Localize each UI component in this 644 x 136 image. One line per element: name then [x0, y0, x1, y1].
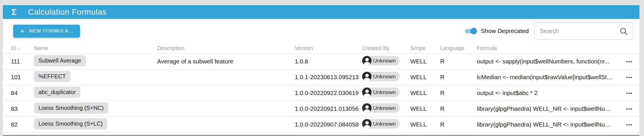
- plus-icon: +: [20, 27, 25, 35]
- creator-pill: Unknown: [362, 119, 400, 129]
- row-created-by: Unknown: [362, 119, 410, 130]
- table-row[interactable]: 83 Loess Smoothing (S+NC) 1.0.0-20220921…: [3, 101, 639, 117]
- row-name: abc_duplicator: [34, 87, 157, 99]
- calculation-formulas-panel: Σ Calculation Formulas + NEW FORMULA... …: [3, 5, 639, 136]
- page-title: Calculation Formulas: [28, 7, 106, 17]
- row-id: 84: [11, 90, 34, 96]
- column-header-formula[interactable]: Formula: [477, 45, 613, 51]
- row-description: Average of a subwell feature: [157, 58, 295, 65]
- row-language: R: [440, 90, 477, 96]
- creator-name: Unknown: [373, 73, 396, 80]
- show-deprecated-toggle[interactable]: [465, 28, 477, 34]
- sort-descending-icon: ↓: [18, 45, 21, 51]
- search-input[interactable]: [535, 28, 633, 34]
- column-header-language[interactable]: Language: [440, 45, 477, 51]
- new-formula-button-label: NEW FORMULA...: [29, 28, 73, 34]
- row-version: 1.0.0-20220907.084058: [295, 121, 362, 128]
- creator-pill: Unknown: [362, 103, 400, 113]
- row-created-by: Unknown: [362, 88, 410, 98]
- column-header-id[interactable]: ID ↓: [11, 45, 34, 51]
- table-body: 111 Subwell Average Average of a subwell…: [3, 54, 639, 133]
- avatar-icon: [362, 103, 372, 113]
- more-options-icon: •••: [626, 106, 633, 111]
- column-header-name[interactable]: Name: [34, 45, 157, 51]
- table-header-row: ID ↓ Name Description Version Created By…: [3, 43, 639, 54]
- row-id: 82: [11, 121, 34, 128]
- row-name: %EFFECT: [34, 71, 157, 83]
- avatar-icon: [362, 56, 372, 65]
- table-row[interactable]: 111 Subwell Average Average of a subwell…: [3, 54, 639, 69]
- formula-name-chip[interactable]: Loess Smoothing (S+NC): [34, 102, 108, 114]
- row-created-by: Unknown: [362, 103, 410, 114]
- creator-name: Unknown: [373, 121, 396, 127]
- column-header-created-by[interactable]: Created By: [362, 45, 410, 51]
- row-id: 83: [11, 105, 34, 112]
- app-bar: Σ Calculation Formulas: [3, 5, 639, 19]
- row-language: R: [440, 74, 477, 81]
- row-name: Subwell Average: [34, 55, 157, 68]
- avatar-icon: [362, 119, 372, 129]
- column-header-language-label: Language: [440, 45, 465, 51]
- creator-name: Unknown: [373, 58, 396, 64]
- search-icon[interactable]: [619, 27, 628, 36]
- formula-name-chip[interactable]: abc_duplicator: [34, 87, 80, 98]
- bottom-edge: [3, 135, 639, 136]
- row-created-by: Unknown: [362, 56, 410, 67]
- table-row[interactable]: 101 %EFFECT 1.0.1-20230613.095213 Unknow…: [3, 69, 639, 85]
- toolbar: + NEW FORMULA... Show Deprecated: [3, 19, 639, 43]
- column-header-version-label: Version: [295, 45, 313, 51]
- more-options-button[interactable]: •••: [625, 104, 634, 114]
- avatar-icon: [362, 88, 372, 97]
- column-header-scope-label: Scope: [410, 45, 426, 51]
- search-box: [534, 22, 633, 40]
- more-options-button[interactable]: •••: [625, 57, 634, 66]
- row-id: 101: [11, 74, 34, 81]
- more-options-button[interactable]: •••: [625, 88, 634, 98]
- formula-name-chip[interactable]: Subwell Average: [34, 55, 86, 66]
- column-header-formula-label: Formula: [477, 45, 497, 51]
- formula-name-chip[interactable]: Loess Smoothing (S+LC): [34, 118, 107, 129]
- creator-pill: Unknown: [362, 56, 400, 65]
- column-header-version[interactable]: Version: [295, 45, 362, 51]
- row-scope: WELL: [410, 58, 440, 65]
- new-formula-button[interactable]: + NEW FORMULA...: [13, 25, 80, 38]
- row-formula: lcMedian <- median(input$rawValue[input$…: [477, 74, 613, 81]
- row-formula: output <- sapply(input$wellNumbers, func…: [477, 58, 613, 65]
- table-row[interactable]: 82 Loess Smoothing (S+LC) 1.0.0-20220907…: [3, 117, 639, 133]
- formula-name-chip[interactable]: %EFFECT: [34, 71, 71, 82]
- row-created-by: Unknown: [362, 72, 410, 83]
- row-scope: WELL: [410, 74, 440, 81]
- row-scope: WELL: [410, 90, 440, 96]
- creator-name: Unknown: [373, 105, 396, 111]
- row-version: 1.0.8: [295, 58, 362, 65]
- more-options-icon: •••: [626, 91, 633, 96]
- row-scope: WELL: [410, 105, 440, 112]
- more-options-icon: •••: [626, 122, 633, 127]
- more-options-button[interactable]: •••: [625, 120, 634, 129]
- column-header-scope[interactable]: Scope: [410, 45, 440, 51]
- row-version: 1.0.0-20220922.030619: [295, 90, 362, 96]
- row-formula: library(glpgPhaedra) WELL_NR <- input$we…: [477, 105, 613, 112]
- more-options-icon: •••: [626, 59, 633, 64]
- column-header-name-label: Name: [34, 45, 48, 51]
- sigma-icon: Σ: [11, 8, 17, 16]
- row-formula: library(glpgPhaedra) WELL_NR <- input$we…: [477, 121, 613, 128]
- row-version: 1.0.0-20220921.013056: [295, 105, 362, 112]
- toggle-thumb: [471, 28, 477, 34]
- table-row[interactable]: 84 abc_duplicator 1.0.0-20220922.030619 …: [3, 85, 639, 101]
- row-language: R: [440, 105, 477, 112]
- row-language: R: [440, 121, 477, 128]
- row-name: Loess Smoothing (S+LC): [34, 118, 157, 131]
- show-deprecated-label: Show Deprecated: [481, 28, 529, 34]
- avatar-icon: [362, 72, 372, 81]
- more-options-button[interactable]: •••: [625, 73, 634, 82]
- column-header-description-label: Description: [157, 45, 184, 51]
- row-version: 1.0.1-20230613.095213: [295, 74, 362, 81]
- column-header-description[interactable]: Description: [157, 45, 295, 51]
- row-language: R: [440, 58, 477, 65]
- row-name: Loess Smoothing (S+NC): [34, 102, 157, 115]
- creator-pill: Unknown: [362, 88, 400, 97]
- column-header-id-label: ID: [11, 45, 16, 51]
- row-formula: output <- input$abc * 2: [477, 90, 613, 96]
- row-id: 111: [11, 58, 34, 65]
